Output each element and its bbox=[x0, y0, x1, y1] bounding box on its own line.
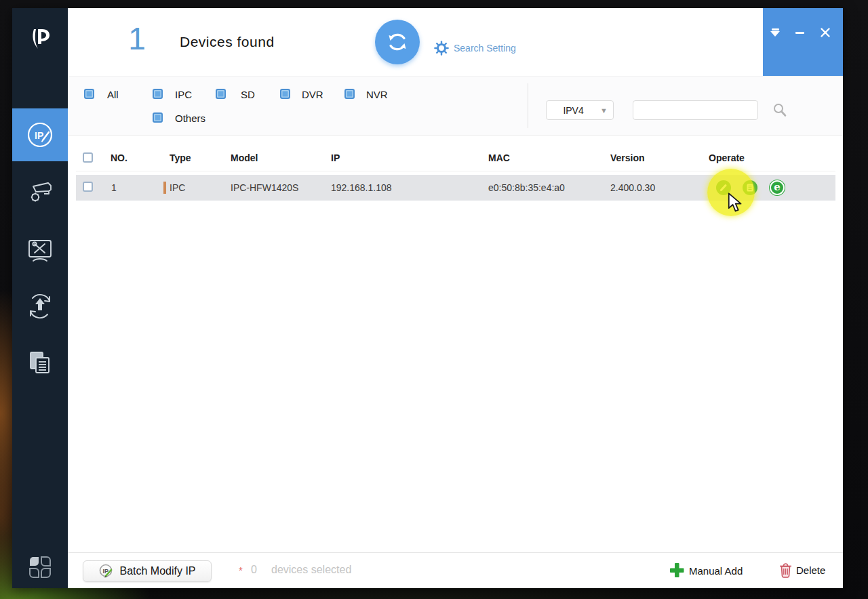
sidebar-item-log-files[interactable] bbox=[12, 342, 68, 385]
checkbox-dvr[interactable] bbox=[280, 89, 290, 99]
documents-icon bbox=[24, 348, 56, 379]
delete-label: Delete bbox=[796, 564, 825, 576]
main-panel: 1 Devices found bbox=[68, 8, 843, 588]
sidebar-item-upgrade[interactable] bbox=[12, 285, 68, 328]
search-setting-label: Search Setting bbox=[454, 43, 516, 54]
checkbox-all[interactable] bbox=[84, 89, 94, 99]
chevron-down-icon: ▼ bbox=[600, 106, 608, 115]
type-color-bar bbox=[163, 182, 166, 194]
configtool-window: IP bbox=[12, 8, 843, 588]
col-no: NO. bbox=[111, 152, 127, 163]
checkbox-ipc[interactable] bbox=[153, 89, 163, 99]
col-operate: Operate bbox=[709, 152, 745, 163]
browser-e-icon: e bbox=[774, 182, 781, 192]
search-input[interactable] bbox=[633, 100, 758, 120]
sidebar-item-system-tools[interactable] bbox=[12, 229, 68, 272]
close-icon bbox=[820, 27, 831, 38]
checkbox-sd-label: SD bbox=[241, 89, 255, 100]
col-ip: IP bbox=[331, 152, 340, 163]
checkbox-others[interactable] bbox=[153, 112, 163, 123]
minimize-icon bbox=[795, 32, 804, 34]
cell-type: IPC bbox=[170, 182, 185, 193]
gear-icon bbox=[434, 41, 449, 56]
sidebar: IP bbox=[12, 8, 68, 588]
collapse-icon bbox=[772, 28, 779, 30]
select-all-checkbox[interactable] bbox=[83, 152, 93, 163]
col-type: Type bbox=[170, 152, 191, 163]
search-setting[interactable]: Search Setting bbox=[434, 41, 516, 56]
bottom-bar: IP Batch Modify IP * 0 devices selected … bbox=[68, 552, 843, 588]
refresh-icon bbox=[384, 29, 410, 55]
cell-mac: e0:50:8b:35:e4:a0 bbox=[488, 182, 565, 193]
col-version: Version bbox=[610, 152, 645, 163]
selected-label: devices selected bbox=[271, 564, 351, 576]
header: 1 Devices found bbox=[68, 8, 843, 76]
sidebar-item-apps[interactable] bbox=[12, 546, 68, 590]
device-count: 1 bbox=[117, 20, 157, 57]
details-document-icon bbox=[745, 183, 755, 192]
ip-version-dropdown[interactable]: IPV4 ▼ bbox=[546, 100, 614, 120]
cell-ip: 192.168.1.108 bbox=[331, 182, 392, 193]
filter-bar: All IPC SD DVR NVR Others IPV4 ▼ bbox=[68, 76, 843, 136]
svg-text:IP: IP bbox=[35, 130, 43, 141]
close-button[interactable] bbox=[817, 24, 833, 41]
minimize-button[interactable] bbox=[791, 24, 808, 41]
collapse-button[interactable] bbox=[767, 24, 783, 41]
cell-model: IPC-HFW1420S bbox=[231, 182, 298, 193]
checkbox-sd[interactable] bbox=[216, 89, 226, 99]
batch-modify-ip-button[interactable]: IP Batch Modify IP bbox=[83, 560, 212, 582]
checkbox-others-label: Others bbox=[175, 112, 205, 124]
edit-pencil-icon bbox=[719, 183, 728, 192]
delete-button[interactable]: Delete bbox=[778, 562, 825, 578]
refresh-button[interactable] bbox=[375, 20, 420, 64]
camera-settings-icon bbox=[24, 175, 56, 207]
manual-add-button[interactable]: Manual Add bbox=[669, 562, 743, 579]
add-plus-icon bbox=[669, 562, 685, 579]
selected-count: 0 bbox=[251, 564, 257, 576]
ip-config-icon: IP bbox=[22, 117, 58, 152]
batch-modify-ip-label: Batch Modify IP bbox=[119, 565, 195, 577]
col-model: Model bbox=[231, 152, 258, 163]
search-icon[interactable] bbox=[772, 102, 788, 119]
window-controls bbox=[763, 8, 843, 76]
required-marker: * bbox=[239, 564, 243, 576]
dahua-logo bbox=[12, 20, 68, 58]
cell-no: 1 bbox=[111, 182, 117, 193]
ip-version-value: IPV4 bbox=[547, 105, 600, 116]
details-button[interactable] bbox=[743, 180, 757, 195]
table-header: NO. Type Model IP MAC Version Operate bbox=[76, 144, 835, 171]
batch-ip-pencil-icon: IP bbox=[98, 563, 115, 579]
sidebar-item-ip-config[interactable]: IP bbox=[12, 108, 68, 161]
checkbox-dvr-label: DVR bbox=[302, 89, 323, 100]
filter-divider bbox=[528, 83, 528, 128]
upgrade-arrow-icon bbox=[24, 290, 56, 323]
devices-found-label: Devices found bbox=[180, 34, 275, 50]
apps-clover-icon bbox=[24, 552, 56, 583]
edit-button[interactable] bbox=[716, 180, 731, 195]
sidebar-item-device-config[interactable] bbox=[12, 169, 68, 213]
checkbox-ipc-label: IPC bbox=[175, 89, 192, 100]
cell-version: 2.400.0.30 bbox=[610, 182, 655, 193]
checkbox-nvr-label: NVR bbox=[366, 89, 388, 100]
monitor-tools-icon bbox=[24, 235, 56, 266]
web-browser-button[interactable]: e bbox=[770, 180, 785, 195]
row-checkbox[interactable] bbox=[83, 182, 93, 192]
checkbox-nvr[interactable] bbox=[344, 89, 355, 99]
manual-add-label: Manual Add bbox=[689, 565, 743, 577]
col-mac: MAC bbox=[488, 152, 510, 163]
desktop-background: IP bbox=[0, 0, 868, 599]
trash-icon bbox=[778, 562, 793, 578]
table-row[interactable]: 1 IPC IPC-HFW1420S 192.168.1.108 e0:50:8… bbox=[76, 175, 835, 201]
checkbox-all-label: All bbox=[107, 89, 119, 100]
